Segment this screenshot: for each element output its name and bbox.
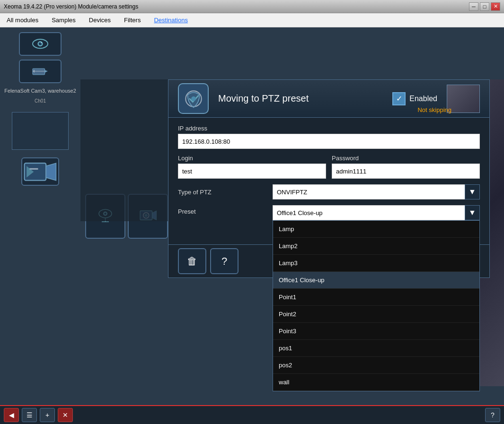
minimize-button[interactable]: ─ bbox=[469, 2, 478, 11]
menu-samples[interactable]: Samples bbox=[50, 16, 78, 25]
menu-bar: All modules Samples Devices Filters Dest… bbox=[0, 13, 504, 27]
menu-all-modules[interactable]: All modules bbox=[5, 16, 40, 25]
ip-address-label: IP address bbox=[178, 125, 480, 132]
preset-label: Preset bbox=[178, 205, 273, 215]
sidebar-eye-icon[interactable] bbox=[19, 32, 62, 56]
modal-header: Moving to PTZ preset ✓ Enabled Not skipp… bbox=[168, 80, 489, 118]
modal-body: IP address Login Password Typ bbox=[168, 118, 489, 244]
ptz-type-select[interactable]: ONVIFPTZ bbox=[273, 184, 480, 199]
login-label: Login bbox=[178, 155, 326, 162]
add-button[interactable]: + bbox=[40, 408, 55, 422]
password-label: Password bbox=[332, 155, 480, 162]
sidebar-record-icon[interactable] bbox=[21, 157, 59, 186]
ptz-type-dropdown-arrow[interactable]: ▼ bbox=[465, 184, 480, 199]
sidebar-camera-label: FelenaSoft Cam3, warehouse2 bbox=[2, 87, 78, 95]
login-input[interactable] bbox=[178, 164, 326, 179]
footer-left-buttons: 🗑 ? bbox=[178, 248, 239, 274]
login-col: Login bbox=[178, 155, 326, 179]
preset-selected-display[interactable]: Office1 Close-up bbox=[273, 205, 480, 220]
preset-option-pos1[interactable]: pos1 bbox=[273, 340, 479, 357]
menu-destinations[interactable]: Destinations bbox=[152, 16, 190, 25]
preset-option-point2[interactable]: Point2 bbox=[273, 306, 479, 323]
login-password-row: Login Password bbox=[178, 155, 480, 179]
preset-option-office1[interactable]: Office1 Close-up bbox=[273, 272, 479, 289]
list-button[interactable]: ☰ bbox=[22, 408, 37, 422]
sidebar-channel-label: Ch01 bbox=[35, 98, 46, 104]
bottom-bar: ◀ ☰ + ✕ ? bbox=[0, 405, 504, 424]
preset-option-pos2[interactable]: pos2 bbox=[273, 357, 479, 374]
content-wrapper: 📱 FTP Upload HTTP upload other Xeom bbox=[80, 27, 504, 405]
modal-preview-thumbnail bbox=[447, 85, 480, 113]
preset-option-point3[interactable]: Point3 bbox=[273, 323, 479, 340]
sidebar-preview bbox=[12, 112, 69, 150]
svg-point-47 bbox=[191, 96, 196, 101]
preset-row: Preset Office1 Close-up ▼ Lamp Lamp2 Lam… bbox=[178, 205, 480, 220]
modal-title: Moving to PTZ preset bbox=[218, 93, 383, 104]
preset-dropdown: Lamp Lamp2 Lamp3 Office1 Close-up Point1… bbox=[273, 220, 480, 391]
password-input[interactable] bbox=[332, 164, 480, 179]
title-bar-title: Xeoma 19.4.22 (Pro version) Module/camer… bbox=[4, 3, 468, 10]
title-bar: Xeoma 19.4.22 (Pro version) Module/camer… bbox=[0, 0, 504, 13]
preset-option-point1[interactable]: Point1 bbox=[273, 289, 479, 306]
preset-option-lamp[interactable]: Lamp bbox=[273, 221, 479, 238]
ptz-type-label: Type of PTZ bbox=[178, 189, 273, 196]
maximize-button[interactable]: □ bbox=[480, 2, 489, 11]
modal-dialog: Moving to PTZ preset ✓ Enabled Not skipp… bbox=[168, 79, 490, 278]
sidebar: FelenaSoft Cam3, warehouse2 Ch01 bbox=[0, 27, 80, 405]
modal-enabled-section: ✓ Enabled bbox=[392, 92, 437, 105]
menu-devices[interactable]: Devices bbox=[87, 16, 113, 25]
sidebar-back-icon[interactable] bbox=[19, 60, 62, 83]
modal-icon bbox=[178, 83, 209, 114]
svg-marker-5 bbox=[45, 70, 48, 73]
help-button[interactable]: ? bbox=[210, 248, 239, 274]
preset-option-lamp3[interactable]: Lamp3 bbox=[273, 255, 479, 272]
password-col: Password bbox=[332, 155, 480, 179]
enabled-checkbox[interactable]: ✓ bbox=[392, 92, 406, 105]
enabled-label: Enabled bbox=[409, 95, 437, 103]
delete-button[interactable]: ✕ bbox=[58, 408, 73, 422]
close-button[interactable]: ✕ bbox=[491, 2, 500, 11]
preset-option-wall[interactable]: wall bbox=[273, 374, 479, 391]
svg-marker-9 bbox=[46, 163, 56, 180]
back-button[interactable]: ◀ bbox=[4, 408, 19, 422]
ip-address-row: IP address bbox=[178, 125, 480, 149]
trash-button[interactable]: 🗑 bbox=[178, 248, 206, 274]
preset-dropdown-arrow[interactable]: ▼ bbox=[465, 205, 480, 220]
preset-option-lamp2[interactable]: Lamp2 bbox=[273, 238, 479, 255]
help-button-bottom[interactable]: ? bbox=[485, 408, 500, 422]
main-area: FelenaSoft Cam3, warehouse2 Ch01 bbox=[0, 27, 504, 405]
ptz-type-row: Type of PTZ ONVIFPTZ ▼ bbox=[178, 184, 480, 199]
ip-address-input[interactable] bbox=[178, 134, 480, 149]
ptz-type-select-wrapper: ONVIFPTZ ▼ bbox=[273, 184, 480, 199]
preset-wrapper: Office1 Close-up ▼ Lamp Lamp2 Lamp3 Offi… bbox=[273, 205, 480, 220]
menu-filters[interactable]: Filters bbox=[122, 16, 142, 25]
not-skipping-badge: Not skipping bbox=[417, 106, 451, 113]
svg-point-3 bbox=[41, 42, 42, 43]
